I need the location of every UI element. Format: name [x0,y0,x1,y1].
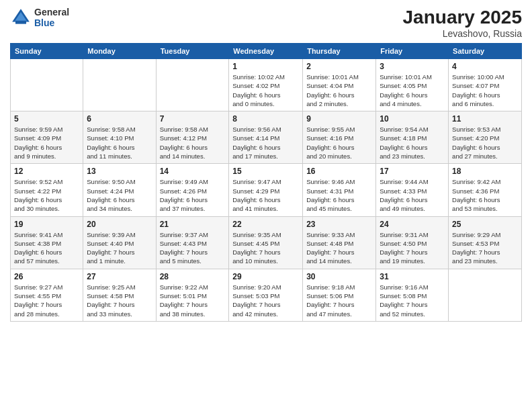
day-detail: Sunrise: 9:20 AM Sunset: 5:03 PM Dayligh… [232,283,299,318]
calendar-cell: 31Sunrise: 9:16 AM Sunset: 5:08 PM Dayli… [376,269,449,321]
day-number: 17 [380,167,445,176]
calendar-cell: 29Sunrise: 9:20 AM Sunset: 5:03 PM Dayli… [229,269,303,321]
col-friday: Friday [376,44,449,59]
calendar-cell: 3Sunrise: 10:01 AM Sunset: 4:05 PM Dayli… [376,59,449,111]
calendar-cell: 10Sunrise: 9:54 AM Sunset: 4:18 PM Dayli… [376,111,449,164]
day-detail: Sunrise: 9:22 AM Sunset: 5:01 PM Dayligh… [160,283,226,318]
col-sunday: Sunday [11,44,83,59]
day-number: 8 [232,114,299,124]
day-detail: Sunrise: 9:35 AM Sunset: 4:45 PM Dayligh… [232,230,299,266]
calendar-week-5: 26Sunrise: 9:27 AM Sunset: 4:55 PM Dayli… [11,269,522,321]
calendar-cell: 23Sunrise: 9:33 AM Sunset: 4:48 PM Dayli… [303,216,376,269]
day-number: 10 [380,114,445,124]
day-number: 5 [14,114,79,124]
day-detail: Sunrise: 9:56 AM Sunset: 4:14 PM Dayligh… [232,125,299,161]
col-wednesday: Wednesday [229,44,303,59]
day-number: 21 [160,220,226,229]
col-saturday: Saturday [449,44,522,59]
day-detail: Sunrise: 9:37 AM Sunset: 4:43 PM Dayligh… [160,230,226,266]
calendar-cell [156,59,229,111]
day-detail: Sunrise: 9:46 AM Sunset: 4:31 PM Dayligh… [306,177,372,213]
calendar-cell: 22Sunrise: 9:35 AM Sunset: 4:45 PM Dayli… [229,216,303,269]
header: General Blue January 2025 Levashovo, Rus… [10,7,522,39]
day-number: 2 [306,62,372,71]
day-number: 26 [14,272,79,281]
day-number: 27 [87,272,152,281]
calendar-cell: 24Sunrise: 9:31 AM Sunset: 4:50 PM Dayli… [376,216,449,269]
calendar-week-1: 1Sunrise: 10:02 AM Sunset: 4:02 PM Dayli… [11,59,522,111]
day-detail: Sunrise: 9:53 AM Sunset: 4:20 PM Dayligh… [452,125,518,161]
day-detail: Sunrise: 9:25 AM Sunset: 4:58 PM Dayligh… [87,283,152,318]
day-number: 22 [232,220,299,229]
day-detail: Sunrise: 9:52 AM Sunset: 4:22 PM Dayligh… [14,177,79,213]
day-number: 9 [306,114,372,124]
day-number: 12 [14,167,79,176]
day-number: 30 [306,272,372,281]
calendar-cell: 1Sunrise: 10:02 AM Sunset: 4:02 PM Dayli… [229,59,303,111]
calendar-cell: 14Sunrise: 9:49 AM Sunset: 4:26 PM Dayli… [156,164,229,216]
day-detail: Sunrise: 9:31 AM Sunset: 4:50 PM Dayligh… [380,230,445,266]
calendar-cell: 19Sunrise: 9:41 AM Sunset: 4:38 PM Dayli… [11,216,83,269]
calendar-cell: 17Sunrise: 9:44 AM Sunset: 4:33 PM Dayli… [376,164,449,216]
day-detail: Sunrise: 9:27 AM Sunset: 4:55 PM Dayligh… [14,283,79,318]
day-number: 16 [306,167,372,176]
day-number: 13 [87,167,152,176]
calendar-cell [449,269,522,321]
day-detail: Sunrise: 10:02 AM Sunset: 4:02 PM Daylig… [232,73,299,108]
day-detail: Sunrise: 10:01 AM Sunset: 4:04 PM Daylig… [306,73,372,108]
calendar-cell [11,59,83,111]
calendar-cell: 11Sunrise: 9:53 AM Sunset: 4:20 PM Dayli… [449,111,522,164]
day-number: 3 [380,62,445,71]
col-monday: Monday [83,44,156,59]
day-detail: Sunrise: 9:47 AM Sunset: 4:29 PM Dayligh… [232,177,299,213]
day-detail: Sunrise: 9:55 AM Sunset: 4:16 PM Dayligh… [306,125,372,161]
day-number: 29 [232,272,299,281]
day-number: 18 [452,167,518,176]
logo-blue-text: Blue [34,17,69,28]
day-detail: Sunrise: 10:00 AM Sunset: 4:07 PM Daylig… [452,73,518,108]
day-number: 25 [452,220,518,229]
day-number: 4 [452,62,518,71]
calendar-cell: 6Sunrise: 9:58 AM Sunset: 4:10 PM Daylig… [83,111,156,164]
calendar-body: 1Sunrise: 10:02 AM Sunset: 4:02 PM Dayli… [11,59,522,322]
day-number: 6 [87,114,152,124]
logo-icon [10,7,32,28]
col-tuesday: Tuesday [156,44,229,59]
logo: General Blue [10,7,69,28]
calendar-cell: 9Sunrise: 9:55 AM Sunset: 4:16 PM Daylig… [303,111,376,164]
day-number: 1 [232,62,299,71]
day-detail: Sunrise: 9:18 AM Sunset: 5:06 PM Dayligh… [306,283,372,318]
day-number: 24 [380,220,445,229]
calendar-week-2: 5Sunrise: 9:59 AM Sunset: 4:09 PM Daylig… [11,111,522,164]
day-detail: Sunrise: 9:33 AM Sunset: 4:48 PM Dayligh… [306,230,372,266]
calendar-header-row: Sunday Monday Tuesday Wednesday Thursday… [11,44,522,59]
calendar-cell: 12Sunrise: 9:52 AM Sunset: 4:22 PM Dayli… [11,164,83,216]
calendar-cell: 21Sunrise: 9:37 AM Sunset: 4:43 PM Dayli… [156,216,229,269]
calendar-cell: 8Sunrise: 9:56 AM Sunset: 4:14 PM Daylig… [229,111,303,164]
calendar-cell: 28Sunrise: 9:22 AM Sunset: 5:01 PM Dayli… [156,269,229,321]
col-thursday: Thursday [303,44,376,59]
day-detail: Sunrise: 9:54 AM Sunset: 4:18 PM Dayligh… [380,125,445,161]
day-detail: Sunrise: 9:50 AM Sunset: 4:24 PM Dayligh… [87,177,152,213]
calendar-cell: 20Sunrise: 9:39 AM Sunset: 4:40 PM Dayli… [83,216,156,269]
calendar-cell: 16Sunrise: 9:46 AM Sunset: 4:31 PM Dayli… [303,164,376,216]
calendar-cell: 27Sunrise: 9:25 AM Sunset: 4:58 PM Dayli… [83,269,156,321]
logo-general-text: General [34,7,69,17]
svg-rect-2 [15,21,26,24]
day-number: 23 [306,220,372,229]
calendar-week-3: 12Sunrise: 9:52 AM Sunset: 4:22 PM Dayli… [11,164,522,216]
day-detail: Sunrise: 9:44 AM Sunset: 4:33 PM Dayligh… [380,177,445,213]
calendar-week-4: 19Sunrise: 9:41 AM Sunset: 4:38 PM Dayli… [11,216,522,269]
calendar-cell: 25Sunrise: 9:29 AM Sunset: 4:53 PM Dayli… [449,216,522,269]
day-number: 19 [14,220,79,229]
day-detail: Sunrise: 9:42 AM Sunset: 4:36 PM Dayligh… [452,177,518,213]
day-detail: Sunrise: 9:58 AM Sunset: 4:12 PM Dayligh… [160,125,226,161]
calendar-table: Sunday Monday Tuesday Wednesday Thursday… [10,43,522,322]
title-block: January 2025 Levashovo, Russia [403,7,522,39]
day-number: 15 [232,167,299,176]
day-detail: Sunrise: 10:01 AM Sunset: 4:05 PM Daylig… [380,73,445,108]
day-detail: Sunrise: 9:58 AM Sunset: 4:10 PM Dayligh… [87,125,152,161]
day-detail: Sunrise: 9:49 AM Sunset: 4:26 PM Dayligh… [160,177,226,213]
day-number: 31 [380,272,445,281]
day-number: 7 [160,114,226,124]
